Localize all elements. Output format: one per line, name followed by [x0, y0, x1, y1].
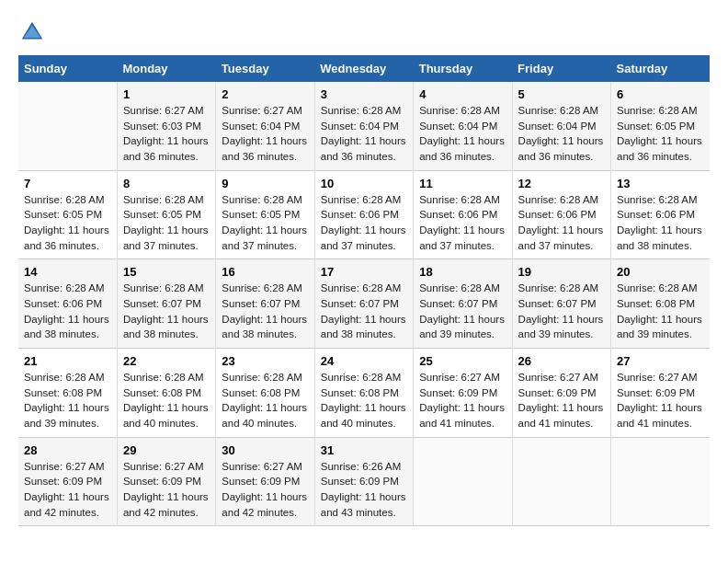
day-info: Sunrise: 6:26 AM Sunset: 6:09 PM Dayligh… [321, 459, 407, 521]
day-info: Sunrise: 6:27 AM Sunset: 6:09 PM Dayligh… [24, 459, 111, 521]
day-number: 24 [321, 354, 407, 368]
day-number: 16 [222, 265, 308, 279]
calendar-cell [414, 437, 512, 526]
day-number: 4 [419, 87, 506, 101]
calendar-week-row: 21Sunrise: 6:28 AM Sunset: 6:08 PM Dayli… [18, 349, 710, 438]
day-info: Sunrise: 6:28 AM Sunset: 6:07 PM Dayligh… [123, 281, 210, 342]
day-number: 14 [24, 265, 111, 279]
day-number: 17 [321, 265, 407, 279]
calendar-cell [611, 437, 710, 526]
calendar-cell: 29Sunrise: 6:27 AM Sunset: 6:09 PM Dayli… [117, 437, 215, 526]
day-number: 1 [123, 87, 210, 101]
calendar-cell: 23Sunrise: 6:28 AM Sunset: 6:08 PM Dayli… [216, 349, 314, 438]
calendar-cell: 19Sunrise: 6:28 AM Sunset: 6:07 PM Dayli… [512, 259, 610, 349]
day-number: 29 [123, 443, 210, 457]
weekday-header: Saturday [611, 55, 710, 82]
day-info: Sunrise: 6:27 AM Sunset: 6:09 PM Dayligh… [617, 370, 704, 431]
day-number: 21 [24, 354, 111, 368]
calendar-cell: 17Sunrise: 6:28 AM Sunset: 6:07 PM Dayli… [314, 259, 413, 349]
calendar-cell: 18Sunrise: 6:28 AM Sunset: 6:07 PM Dayli… [414, 259, 512, 349]
day-number: 6 [617, 87, 704, 101]
day-number: 3 [321, 87, 407, 101]
day-info: Sunrise: 6:28 AM Sunset: 6:06 PM Dayligh… [617, 192, 704, 254]
day-info: Sunrise: 6:28 AM Sunset: 6:08 PM Dayligh… [123, 370, 210, 431]
weekday-header: Sunday [18, 55, 117, 82]
day-number: 31 [321, 443, 407, 457]
calendar-cell: 28Sunrise: 6:27 AM Sunset: 6:09 PM Dayli… [18, 437, 117, 526]
day-number: 30 [222, 443, 308, 457]
calendar-cell: 16Sunrise: 6:28 AM Sunset: 6:07 PM Dayli… [216, 259, 314, 349]
day-number: 5 [518, 87, 605, 101]
calendar-week-row: 28Sunrise: 6:27 AM Sunset: 6:09 PM Dayli… [18, 437, 710, 526]
calendar-cell: 7Sunrise: 6:28 AM Sunset: 6:05 PM Daylig… [18, 170, 117, 259]
day-info: Sunrise: 6:28 AM Sunset: 6:06 PM Dayligh… [518, 192, 605, 254]
calendar-week-row: 14Sunrise: 6:28 AM Sunset: 6:06 PM Dayli… [18, 259, 710, 349]
day-info: Sunrise: 6:27 AM Sunset: 6:04 PM Dayligh… [222, 103, 308, 165]
day-info: Sunrise: 6:28 AM Sunset: 6:06 PM Dayligh… [321, 192, 407, 254]
day-info: Sunrise: 6:27 AM Sunset: 6:09 PM Dayligh… [518, 370, 605, 431]
weekday-header: Thursday [414, 55, 512, 82]
day-number: 23 [222, 354, 308, 368]
calendar-cell: 11Sunrise: 6:28 AM Sunset: 6:06 PM Dayli… [414, 170, 512, 259]
day-info: Sunrise: 6:28 AM Sunset: 6:07 PM Dayligh… [419, 281, 506, 342]
day-number: 2 [222, 87, 308, 101]
day-number: 28 [24, 443, 111, 457]
day-info: Sunrise: 6:28 AM Sunset: 6:08 PM Dayligh… [222, 370, 308, 431]
calendar-cell: 20Sunrise: 6:28 AM Sunset: 6:08 PM Dayli… [611, 259, 710, 349]
calendar-cell [512, 437, 610, 526]
day-info: Sunrise: 6:28 AM Sunset: 6:04 PM Dayligh… [321, 103, 407, 165]
day-number: 9 [222, 177, 308, 190]
day-info: Sunrise: 6:28 AM Sunset: 6:06 PM Dayligh… [419, 192, 506, 254]
day-info: Sunrise: 6:28 AM Sunset: 6:07 PM Dayligh… [518, 281, 605, 342]
day-info: Sunrise: 6:27 AM Sunset: 6:09 PM Dayligh… [419, 370, 506, 431]
page-header [18, 18, 710, 46]
calendar-cell: 1Sunrise: 6:27 AM Sunset: 6:03 PM Daylig… [117, 82, 215, 170]
day-number: 27 [617, 354, 704, 368]
calendar-cell: 5Sunrise: 6:28 AM Sunset: 6:04 PM Daylig… [512, 82, 610, 170]
day-info: Sunrise: 6:27 AM Sunset: 6:03 PM Dayligh… [123, 103, 210, 165]
day-info: Sunrise: 6:28 AM Sunset: 6:05 PM Dayligh… [123, 192, 210, 254]
day-number: 26 [518, 354, 605, 368]
day-number: 19 [518, 265, 605, 279]
calendar-cell: 13Sunrise: 6:28 AM Sunset: 6:06 PM Dayli… [611, 170, 710, 259]
day-info: Sunrise: 6:28 AM Sunset: 6:05 PM Dayligh… [222, 192, 308, 254]
calendar-cell: 25Sunrise: 6:27 AM Sunset: 6:09 PM Dayli… [414, 349, 512, 438]
calendar-cell: 15Sunrise: 6:28 AM Sunset: 6:07 PM Dayli… [117, 259, 215, 349]
day-info: Sunrise: 6:28 AM Sunset: 6:06 PM Dayligh… [24, 281, 111, 342]
day-info: Sunrise: 6:28 AM Sunset: 6:08 PM Dayligh… [24, 370, 111, 431]
day-info: Sunrise: 6:28 AM Sunset: 6:05 PM Dayligh… [24, 192, 111, 254]
calendar-week-row: 1Sunrise: 6:27 AM Sunset: 6:03 PM Daylig… [18, 82, 710, 170]
calendar-table: SundayMondayTuesdayWednesdayThursdayFrid… [18, 55, 710, 526]
day-info: Sunrise: 6:28 AM Sunset: 6:07 PM Dayligh… [222, 281, 308, 342]
calendar-cell: 22Sunrise: 6:28 AM Sunset: 6:08 PM Dayli… [117, 349, 215, 438]
day-number: 12 [518, 177, 605, 190]
calendar-cell: 6Sunrise: 6:28 AM Sunset: 6:05 PM Daylig… [611, 82, 710, 170]
calendar-cell: 24Sunrise: 6:28 AM Sunset: 6:08 PM Dayli… [314, 349, 413, 438]
weekday-header: Friday [512, 55, 610, 82]
calendar-cell [18, 82, 117, 170]
calendar-cell: 14Sunrise: 6:28 AM Sunset: 6:06 PM Dayli… [18, 259, 117, 349]
logo [18, 18, 50, 46]
day-info: Sunrise: 6:28 AM Sunset: 6:08 PM Dayligh… [321, 370, 407, 431]
day-number: 10 [321, 177, 407, 190]
day-info: Sunrise: 6:28 AM Sunset: 6:04 PM Dayligh… [419, 103, 506, 165]
day-number: 25 [419, 354, 506, 368]
day-info: Sunrise: 6:28 AM Sunset: 6:07 PM Dayligh… [321, 281, 407, 342]
day-info: Sunrise: 6:28 AM Sunset: 6:08 PM Dayligh… [617, 281, 704, 342]
day-info: Sunrise: 6:28 AM Sunset: 6:05 PM Dayligh… [617, 103, 704, 165]
calendar-cell: 31Sunrise: 6:26 AM Sunset: 6:09 PM Dayli… [314, 437, 413, 526]
weekday-header: Wednesday [314, 55, 413, 82]
day-number: 8 [123, 177, 210, 190]
day-number: 7 [24, 177, 111, 190]
day-number: 18 [419, 265, 506, 279]
day-number: 20 [617, 265, 704, 279]
calendar-cell: 21Sunrise: 6:28 AM Sunset: 6:08 PM Dayli… [18, 349, 117, 438]
day-info: Sunrise: 6:28 AM Sunset: 6:04 PM Dayligh… [518, 103, 605, 165]
weekday-header-row: SundayMondayTuesdayWednesdayThursdayFrid… [18, 55, 710, 82]
day-info: Sunrise: 6:27 AM Sunset: 6:09 PM Dayligh… [222, 459, 308, 521]
calendar-cell: 9Sunrise: 6:28 AM Sunset: 6:05 PM Daylig… [216, 170, 314, 259]
logo-icon [18, 18, 46, 46]
calendar-cell: 2Sunrise: 6:27 AM Sunset: 6:04 PM Daylig… [216, 82, 314, 170]
calendar-cell: 10Sunrise: 6:28 AM Sunset: 6:06 PM Dayli… [314, 170, 413, 259]
weekday-header: Tuesday [216, 55, 314, 82]
